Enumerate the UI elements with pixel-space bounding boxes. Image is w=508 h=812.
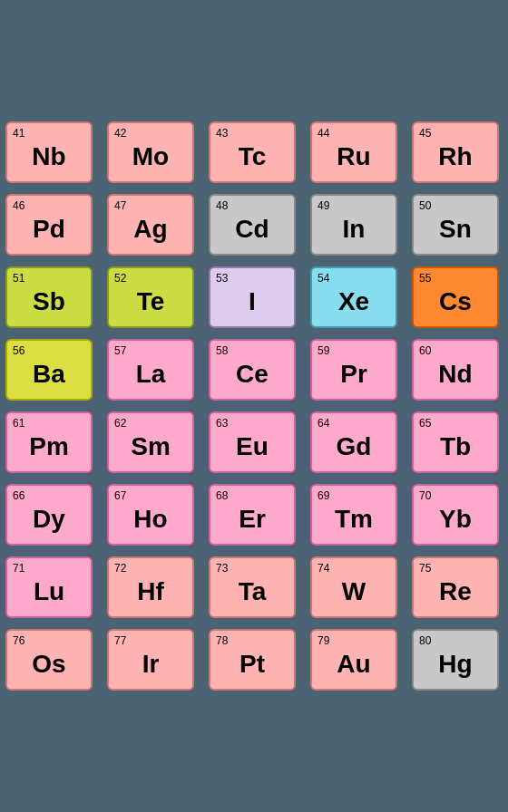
- element-lu: 71Lu: [5, 556, 93, 618]
- element-ce: 58Ce: [209, 339, 296, 401]
- element-nb: 41Nb: [5, 121, 93, 183]
- element-symbol-tc: Tc: [216, 136, 288, 178]
- element-symbol-er: Er: [216, 498, 288, 540]
- element-symbol-pr: Pr: [318, 353, 390, 395]
- element-symbol-ag: Ag: [114, 208, 187, 250]
- element-symbol-te: Te: [114, 281, 187, 323]
- element-symbol-os: Os: [13, 643, 85, 685]
- element-symbol-xe: Xe: [318, 281, 390, 323]
- element-symbol-la: La: [114, 353, 187, 395]
- element-symbol-in: In: [318, 208, 390, 250]
- element-symbol-gd: Gd: [318, 426, 390, 468]
- element-xe: 54Xe: [310, 266, 397, 328]
- element-symbol-ho: Ho: [114, 498, 187, 540]
- element-pm: 61Pm: [5, 411, 93, 473]
- element-ba: 56Ba: [5, 339, 93, 401]
- element-tm: 69Tm: [310, 484, 397, 546]
- element-pt: 78Pt: [209, 629, 296, 691]
- element-dy: 66Dy: [5, 484, 93, 546]
- element-yb: 70Yb: [412, 484, 499, 546]
- element-symbol-i: I: [216, 281, 288, 323]
- element-symbol-tm: Tm: [318, 498, 390, 540]
- element-rh: 45Rh: [412, 121, 499, 183]
- element-in: 49In: [310, 194, 397, 256]
- element-ag: 47Ag: [107, 194, 194, 256]
- element-symbol-hg: Hg: [419, 643, 492, 685]
- element-symbol-nb: Nb: [13, 136, 85, 178]
- element-cd: 48Cd: [209, 194, 296, 256]
- element-nd: 60Nd: [412, 339, 499, 401]
- element-er: 68Er: [209, 484, 296, 546]
- element-symbol-yb: Yb: [419, 498, 492, 540]
- element-symbol-mo: Mo: [114, 136, 187, 178]
- element-tb: 65Tb: [412, 411, 499, 473]
- element-symbol-ru: Ru: [318, 136, 390, 178]
- element-symbol-ta: Ta: [216, 571, 288, 613]
- element-tc: 43Tc: [209, 121, 296, 183]
- element-te: 52Te: [107, 266, 194, 328]
- element-symbol-rh: Rh: [419, 136, 492, 178]
- element-cs: 55Cs: [412, 266, 499, 328]
- element-symbol-au: Au: [318, 643, 390, 685]
- element-pd: 46Pd: [5, 194, 93, 256]
- element-symbol-re: Re: [419, 571, 492, 613]
- element-symbol-eu: Eu: [216, 426, 288, 468]
- element-ir: 77Ir: [107, 629, 194, 691]
- element-ho: 67Ho: [107, 484, 194, 546]
- element-symbol-ba: Ba: [13, 353, 85, 395]
- element-symbol-sn: Sn: [419, 208, 492, 250]
- element-ru: 44Ru: [310, 121, 397, 183]
- element-symbol-nd: Nd: [419, 353, 492, 395]
- element-pr: 59Pr: [310, 339, 397, 401]
- element-la: 57La: [107, 339, 194, 401]
- element-au: 79Au: [310, 629, 397, 691]
- element-symbol-sb: Sb: [13, 281, 85, 323]
- element-symbol-cd: Cd: [216, 208, 288, 250]
- element-sn: 50Sn: [412, 194, 499, 256]
- element-hf: 72Hf: [107, 556, 194, 618]
- element-symbol-ce: Ce: [216, 353, 288, 395]
- element-eu: 63Eu: [209, 411, 296, 473]
- element-i: 53I: [209, 266, 296, 328]
- element-symbol-ir: Ir: [114, 643, 187, 685]
- element-symbol-hf: Hf: [114, 571, 187, 613]
- element-symbol-w: W: [318, 571, 390, 613]
- element-os: 76Os: [5, 629, 93, 691]
- periodic-table-grid: 41Nb42Mo43Tc44Ru45Rh46Pd47Ag48Cd49In50Sn…: [0, 107, 508, 705]
- element-mo: 42Mo: [107, 121, 194, 183]
- element-re: 75Re: [412, 556, 499, 618]
- element-symbol-tb: Tb: [419, 426, 492, 468]
- element-symbol-dy: Dy: [13, 498, 85, 540]
- element-sb: 51Sb: [5, 266, 93, 328]
- element-symbol-pd: Pd: [13, 208, 85, 250]
- element-symbol-sm: Sm: [114, 426, 187, 468]
- element-gd: 64Gd: [310, 411, 397, 473]
- element-symbol-pm: Pm: [13, 426, 85, 468]
- element-symbol-pt: Pt: [216, 643, 288, 685]
- element-sm: 62Sm: [107, 411, 194, 473]
- element-ta: 73Ta: [209, 556, 296, 618]
- element-w: 74W: [310, 556, 397, 618]
- element-hg: 80Hg: [412, 629, 499, 691]
- element-symbol-cs: Cs: [419, 281, 492, 323]
- element-symbol-lu: Lu: [13, 571, 85, 613]
